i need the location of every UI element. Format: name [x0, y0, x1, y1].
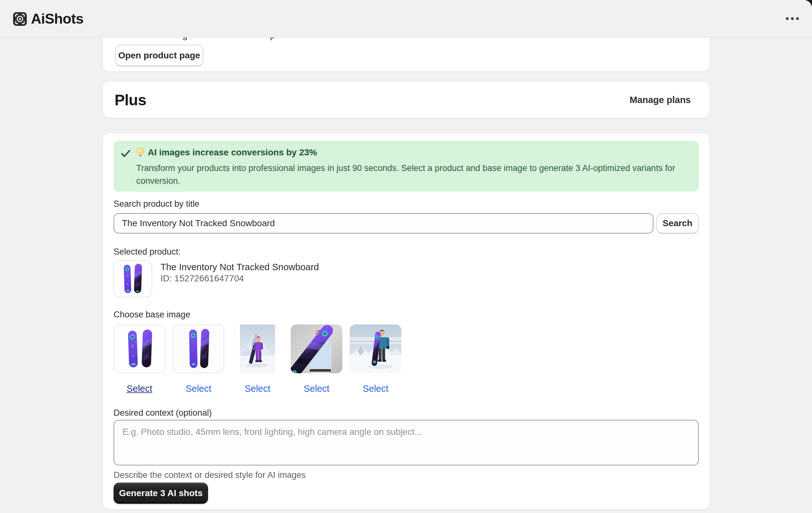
context-textarea[interactable] — [114, 420, 699, 465]
select-base-image-link-1[interactable]: Select — [114, 383, 165, 394]
app-surface: AiShots g p Open product page Plus Manag… — [0, 0, 812, 513]
select-base-image-link-4[interactable]: Select — [291, 383, 342, 394]
banner-body: Transform your products into professiona… — [136, 162, 684, 187]
app-menu-button[interactable] — [781, 11, 803, 26]
lightbulb-icon — [136, 147, 145, 158]
base-image-label: Choose base image — [114, 310, 190, 320]
selected-product-thumbnail — [113, 260, 152, 297]
banner-title: AI images increase conversions by 23% — [148, 147, 317, 158]
select-base-image-link-3[interactable]: Select — [232, 383, 283, 394]
search-button[interactable]: Search — [656, 213, 699, 233]
clipped-text-fragment: g — [182, 38, 187, 40]
ai-shots-generator-card: AI images increase conversions by 23% Tr… — [103, 133, 709, 510]
base-image-thumbnail-4[interactable] — [291, 324, 342, 373]
search-input[interactable] — [114, 213, 654, 233]
base-image-thumbnail-5[interactable] — [350, 324, 401, 373]
check-icon — [121, 150, 130, 157]
base-image-thumbnail-3[interactable] — [232, 324, 283, 373]
plan-name: Plus — [115, 91, 146, 109]
ellipsis-icon — [786, 17, 789, 20]
select-base-image-link-5[interactable]: Select — [350, 383, 401, 394]
select-base-image-link-2[interactable]: Select — [173, 383, 224, 394]
aishots-logo-icon — [13, 12, 27, 26]
base-image-thumbnail-1[interactable] — [114, 324, 165, 373]
plan-card: Plus Manage plans — [103, 82, 709, 118]
selected-product-title: The Inventory Not Tracked Snowboard — [161, 262, 319, 273]
open-product-page-button[interactable]: Open product page — [115, 45, 203, 66]
manage-plans-button[interactable]: Manage plans — [628, 94, 693, 106]
selected-product-id: ID: 15272661647704 — [161, 274, 244, 284]
app-title: AiShots — [31, 10, 83, 27]
context-helper-text: Describe the context or desired style fo… — [114, 470, 306, 480]
selected-product-label: Selected product: — [114, 247, 181, 257]
search-label: Search product by title — [114, 199, 199, 209]
context-label: Desired context (optional) — [114, 408, 212, 418]
success-banner: AI images increase conversions by 23% Tr… — [114, 141, 699, 192]
product-info-card: g p Open product page — [103, 38, 709, 72]
app-header: AiShots — [0, 0, 812, 38]
base-image-thumbnail-2[interactable] — [173, 324, 224, 373]
clipped-text-fragment: p — [270, 38, 276, 40]
generate-button[interactable]: Generate 3 AI shots — [114, 483, 208, 504]
